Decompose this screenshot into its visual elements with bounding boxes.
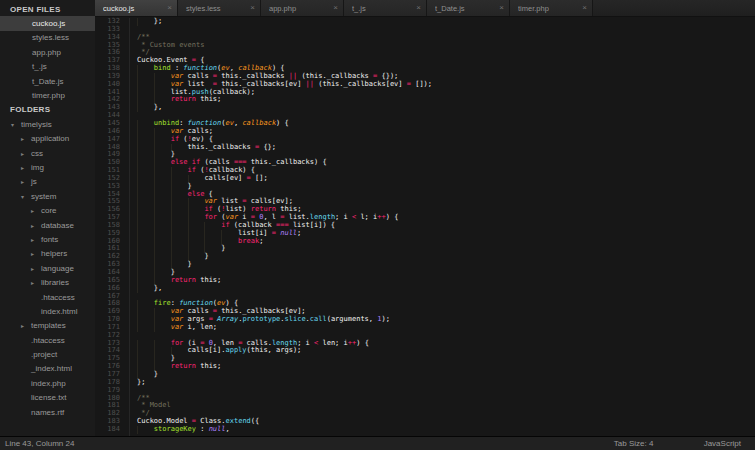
code-line[interactable]: * Model <box>137 402 755 410</box>
tree-item-.htaccess[interactable]: .htaccess <box>0 333 95 347</box>
code-area[interactable]: };/** * Custom events */Cuckoo.Event = {… <box>137 18 755 436</box>
tree-item-fonts[interactable]: ▸fonts <box>0 232 95 246</box>
open-file-timer.php[interactable]: timer.php <box>0 88 95 102</box>
tab-t_.js[interactable]: t_.js× <box>344 0 427 16</box>
code-line[interactable]: list[i] = null; <box>137 230 755 238</box>
code-line[interactable] <box>137 26 755 34</box>
tab-t_Date.js[interactable]: t_Date.js× <box>427 0 510 16</box>
tree-item-.project[interactable]: .project <box>0 347 95 361</box>
indent-guide <box>154 214 171 222</box>
code-line[interactable]: * Custom events <box>137 42 755 50</box>
code-line[interactable]: }; <box>137 18 755 26</box>
code-line[interactable]: if (callback === list[i]) { <box>137 222 755 230</box>
code-line[interactable]: /** <box>137 395 755 403</box>
indent-guide <box>171 167 188 175</box>
tree-item-templates[interactable]: ▸templates <box>0 319 95 333</box>
tree-item-libraries[interactable]: ▸libraries <box>0 275 95 289</box>
code-line[interactable]: }; <box>137 379 755 387</box>
tree-item-language[interactable]: ▸language <box>0 261 95 275</box>
code-line[interactable]: this._callbacks = {}; <box>137 144 755 152</box>
code-line[interactable] <box>137 387 755 395</box>
close-icon[interactable]: × <box>413 4 421 12</box>
tree-item-system[interactable]: ▾system <box>0 189 95 203</box>
code-line[interactable]: } <box>137 261 755 269</box>
tab-timer.php[interactable]: timer.php× <box>510 0 593 16</box>
open-file-cuckoo.js[interactable]: cuckoo.js <box>0 16 95 30</box>
code-line[interactable]: storageKey : null, <box>137 426 755 434</box>
tree-item-js[interactable]: ▸js <box>0 175 95 189</box>
code-line[interactable]: } <box>137 245 755 253</box>
token: return <box>171 276 196 284</box>
triangle-right-icon[interactable]: ▸ <box>31 250 41 257</box>
tree-item-index.php[interactable]: index.php <box>0 376 95 390</box>
language-indicator[interactable]: JavaScript <box>704 439 741 448</box>
tree-item-core[interactable]: ▸core <box>0 203 95 217</box>
code-line[interactable]: return this; <box>137 96 755 104</box>
tree-item-index.html[interactable]: index.html <box>0 304 95 318</box>
code-line[interactable]: return this; <box>137 277 755 285</box>
code-line[interactable]: var calls; <box>137 128 755 136</box>
tree-item-css[interactable]: ▸css <box>0 146 95 160</box>
tree-item-license.txt[interactable]: license.txt <box>0 391 95 405</box>
editor-pane: cuckoo.js×styles.less×app.php×t_.js×t_Da… <box>95 0 755 436</box>
token: for <box>204 213 217 221</box>
tree-item-helpers[interactable]: ▸helpers <box>0 247 95 261</box>
tree-item-application[interactable]: ▸application <box>0 132 95 146</box>
indent-guide <box>137 144 154 152</box>
token: args <box>183 315 208 323</box>
open-file-t_Date.js[interactable]: t_Date.js <box>0 74 95 88</box>
close-icon[interactable]: × <box>579 4 587 12</box>
triangle-right-icon[interactable]: ▸ <box>31 222 41 229</box>
open-file-styles.less[interactable]: styles.less <box>0 31 95 45</box>
open-file-t_.js[interactable]: t_.js <box>0 60 95 74</box>
tree-item-label: timelysis <box>21 120 52 129</box>
token: }; <box>137 378 145 386</box>
code-line[interactable]: }, <box>137 285 755 293</box>
code-line[interactable]: */ <box>137 49 755 57</box>
close-icon[interactable]: × <box>496 4 504 12</box>
code-line[interactable]: break; <box>137 238 755 246</box>
triangle-right-icon[interactable]: ▸ <box>31 279 41 286</box>
code-line[interactable]: unbind: function(ev, callback) { <box>137 120 755 128</box>
code-line[interactable]: list.push(callback); <box>137 89 755 97</box>
indent-guide <box>171 245 188 253</box>
tree-item-timelysis[interactable]: ▾timelysis <box>0 117 95 131</box>
tab-cuckoo.js[interactable]: cuckoo.js× <box>95 0 178 16</box>
code-line[interactable]: var args = Array.prototype.slice.call(ar… <box>137 316 755 324</box>
triangle-right-icon[interactable]: ▸ <box>21 164 31 171</box>
tree-item-.htaccess[interactable]: .htaccess <box>0 290 95 304</box>
tab-styles.less[interactable]: styles.less× <box>178 0 261 16</box>
indent-guide <box>154 347 171 355</box>
code-line[interactable]: calls[ev] = []; <box>137 175 755 183</box>
triangle-right-icon[interactable]: ▸ <box>21 150 31 157</box>
tab-app.php[interactable]: app.php× <box>261 0 344 16</box>
tree-item-database[interactable]: ▸database <box>0 218 95 232</box>
code-line[interactable]: } <box>137 371 755 379</box>
triangle-right-icon[interactable]: ▸ <box>31 265 41 272</box>
triangle-down-icon[interactable]: ▾ <box>21 193 31 200</box>
triangle-right-icon[interactable]: ▸ <box>31 236 41 243</box>
triangle-right-icon[interactable]: ▸ <box>21 135 31 142</box>
code-line[interactable]: calls[i].apply(this, args); <box>137 347 755 355</box>
code-line[interactable]: } <box>137 253 755 261</box>
code-line[interactable]: } <box>137 355 755 363</box>
triangle-down-icon[interactable]: ▾ <box>11 121 21 128</box>
triangle-right-icon[interactable]: ▸ <box>21 178 31 185</box>
code-line[interactable]: var i, len; <box>137 324 755 332</box>
close-icon[interactable]: × <box>330 4 338 12</box>
code-line[interactable]: } <box>137 269 755 277</box>
tree-item-names.rtf[interactable]: names.rtf <box>0 405 95 419</box>
triangle-right-icon[interactable]: ▸ <box>21 322 31 329</box>
tab-size-indicator[interactable]: Tab Size: 4 <box>614 439 654 448</box>
code-line[interactable]: return this; <box>137 363 755 371</box>
close-icon[interactable]: × <box>164 4 172 12</box>
open-file-app.php[interactable]: app.php <box>0 45 95 59</box>
editor[interactable]: 1321331341351361371381391401411421431441… <box>95 17 755 436</box>
tree-item-_index.html[interactable]: _index.html <box>0 362 95 376</box>
code-line[interactable]: }, <box>137 104 755 112</box>
close-icon[interactable]: × <box>247 4 255 12</box>
code-line[interactable]: } <box>137 183 755 191</box>
triangle-right-icon[interactable]: ▸ <box>31 207 41 214</box>
code-line[interactable]: /** <box>137 34 755 42</box>
tree-item-img[interactable]: ▸img <box>0 160 95 174</box>
